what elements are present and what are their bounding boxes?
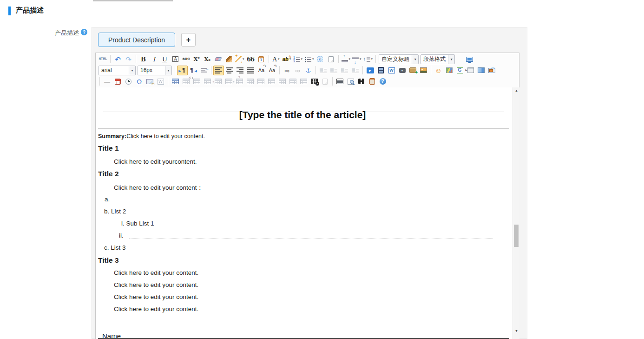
font-color-button[interactable]: A▾ xyxy=(271,54,282,64)
google-map-button[interactable]: G xyxy=(454,66,465,75)
preview-button[interactable] xyxy=(345,77,356,86)
superscript-button[interactable]: X² xyxy=(191,54,202,64)
insert-columns-button[interactable] xyxy=(476,66,486,75)
help-button[interactable]: ? xyxy=(377,77,388,86)
screenshot-button[interactable] xyxy=(486,66,497,75)
paragraph-format-select[interactable]: 段落格式▼ xyxy=(421,54,455,64)
tab-product-description[interactable]: Product Description xyxy=(98,33,175,47)
dropdown-arrow-icon[interactable]: ▾ xyxy=(278,57,280,61)
auto-typeset-button[interactable]: ▾ xyxy=(234,54,245,64)
word-import-button[interactable] xyxy=(386,66,397,75)
insert-table-button[interactable] xyxy=(170,77,181,86)
indent-button[interactable] xyxy=(198,66,209,75)
dropdown-arrow-icon[interactable]: ▾ xyxy=(360,57,361,61)
insert-time-button[interactable] xyxy=(123,77,134,86)
strikethrough-button[interactable]: ABC xyxy=(181,54,191,64)
body-title-1[interactable]: Click here to edit yourcontent. xyxy=(114,158,197,165)
print-button[interactable] xyxy=(335,77,345,86)
highlight-color-button[interactable]: ab▾ xyxy=(282,54,292,64)
dropdown-arrow-icon[interactable]: ▾ xyxy=(243,57,244,61)
find-replace-button[interactable] xyxy=(356,77,367,86)
link-button[interactable]: ∞ xyxy=(282,66,292,75)
align-right-button[interactable] xyxy=(235,66,245,75)
paste-board-button[interactable] xyxy=(367,77,377,86)
custom-title-select-arrow-icon[interactable]: ▼ xyxy=(412,55,418,64)
list-item-c[interactable]: c. List 3 xyxy=(104,244,126,251)
inline-anchor-button[interactable]: a xyxy=(315,54,326,64)
horizontal-rule-button[interactable]: — xyxy=(102,77,112,86)
font-family-select-arrow-icon[interactable]: ▼ xyxy=(129,66,135,75)
emotion-button[interactable]: ☺ xyxy=(433,66,444,75)
rtl-paragraph-button[interactable] xyxy=(188,66,198,75)
heading-title-2[interactable]: Title 2 xyxy=(98,170,119,178)
map-button[interactable] xyxy=(444,66,454,75)
bold-button[interactable]: B xyxy=(138,54,149,64)
ltr-paragraph-button[interactable] xyxy=(177,66,188,75)
remove-format-button[interactable] xyxy=(213,54,223,64)
dropdown-arrow-icon[interactable]: ▾ xyxy=(301,57,303,61)
uppercase-button[interactable]: Aa xyxy=(256,66,267,75)
font-border-button[interactable]: A xyxy=(170,54,181,64)
align-center-button[interactable] xyxy=(224,66,235,75)
paragraph-spacing-before-button[interactable]: ▾ xyxy=(341,54,352,64)
add-tab-button[interactable]: + xyxy=(181,33,196,47)
special-char-button[interactable]: Ω xyxy=(134,77,145,86)
unordered-list-button[interactable]: ▾ xyxy=(303,54,315,64)
custom-title-select[interactable]: 自定义标题▼ xyxy=(379,54,419,64)
fullscreen-preview-button[interactable] xyxy=(464,54,475,64)
help-question-icon[interactable]: ? xyxy=(81,29,87,35)
format-painter-button[interactable] xyxy=(223,54,234,64)
editor-content-area[interactable]: [Type the title of the article] Summary:… xyxy=(96,87,513,339)
list-item-a[interactable]: a. xyxy=(105,196,110,203)
image-manager-button[interactable] xyxy=(418,66,429,75)
body-line[interactable]: Click here to edit your content. xyxy=(114,306,198,312)
blockquote-button[interactable]: 66 xyxy=(245,54,256,64)
heading-title-3[interactable]: Title 3 xyxy=(98,256,119,265)
underline-button[interactable]: U xyxy=(159,54,170,64)
dropdown-arrow-icon[interactable]: ▾ xyxy=(371,57,373,61)
new-page-button[interactable] xyxy=(326,54,336,64)
dropdown-arrow-icon[interactable]: ▾ xyxy=(349,57,351,61)
table-style-button[interactable] xyxy=(309,77,320,86)
insert-image-button[interactable] xyxy=(407,66,418,75)
insert-media-button[interactable] xyxy=(375,66,386,75)
insert-video-button[interactable] xyxy=(365,66,375,75)
list-item-b[interactable]: b. List 2 xyxy=(104,208,126,215)
redo-button[interactable]: ↷ xyxy=(123,54,134,64)
link-icon: ∞ xyxy=(284,67,289,74)
body-line[interactable]: Click here to edit your content. xyxy=(114,269,198,276)
font-family-select[interactable]: arial▼ xyxy=(99,66,136,75)
attachment-button[interactable] xyxy=(397,66,407,75)
scroll-down-arrow-icon[interactable]: ▼ xyxy=(513,329,520,332)
screen-snapshot-button[interactable] xyxy=(145,77,155,86)
font-size-select-arrow-icon[interactable]: ▼ xyxy=(165,66,171,75)
summary-line[interactable]: Summary:Click here to edit your content. xyxy=(98,133,205,140)
scrollbar-thumb[interactable] xyxy=(514,225,519,247)
heading-title-1[interactable]: Title 1 xyxy=(98,144,119,153)
anchor-button[interactable]: ⚓ xyxy=(303,66,314,75)
subscript-button[interactable]: X₂ xyxy=(202,54,213,64)
line-height-button[interactable]: ▾ xyxy=(362,54,374,64)
undo-button[interactable]: ↶ xyxy=(112,54,123,64)
article-title-placeholder[interactable]: [Type the title of the article] xyxy=(96,109,509,120)
body-title-2[interactable]: Click here to edit your content： xyxy=(114,184,203,192)
insert-date-button[interactable] xyxy=(112,77,123,86)
insert-iframe-button[interactable] xyxy=(465,66,476,75)
align-left-button[interactable] xyxy=(213,66,224,75)
paragraph-format-select-arrow-icon[interactable]: ▼ xyxy=(448,55,454,64)
font-size-select[interactable]: 16px▼ xyxy=(138,66,172,75)
align-justify-button[interactable] xyxy=(245,66,256,75)
lowercase-button[interactable]: Aa xyxy=(267,66,277,75)
italic-button[interactable]: I xyxy=(149,54,159,64)
body-line[interactable]: Click here to edit your content. xyxy=(114,281,198,288)
dropdown-arrow-icon[interactable]: ▾ xyxy=(312,57,314,61)
paste-as-text-button[interactable] xyxy=(256,54,267,64)
paragraph-spacing-after-button[interactable]: ▾ xyxy=(351,54,362,64)
scroll-up-arrow-icon[interactable]: ▲ xyxy=(513,89,520,92)
ordered-list-button[interactable]: ▾ xyxy=(292,54,304,64)
source-code-button[interactable]: HTML xyxy=(98,54,108,64)
vertical-scrollbar[interactable]: ▲ ▼ xyxy=(513,87,519,339)
sub-list-item-i[interactable]: i. Sub List 1 xyxy=(121,220,154,227)
body-line[interactable]: Click here to edit your content. xyxy=(114,293,198,300)
sub-list-item-ii[interactable]: ii. xyxy=(119,232,124,239)
